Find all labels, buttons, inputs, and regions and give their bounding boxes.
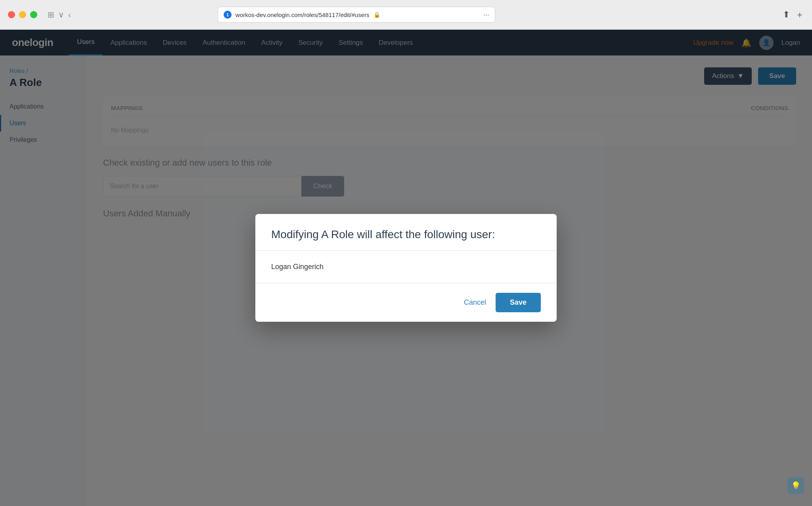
lock-icon: 🔒: [373, 11, 380, 18]
traffic-lights: [8, 11, 37, 18]
browser-controls: ⊞ ∨ ‹: [48, 10, 71, 19]
back-icon[interactable]: ‹: [68, 10, 71, 19]
browser-chrome: ⊞ ∨ ‹ 1 workos-dev.onelogin.com/roles/54…: [0, 0, 812, 30]
modal-user-name: Logan Gingerich: [271, 263, 541, 271]
modal-header: Modifying A Role will affect the followi…: [255, 214, 557, 251]
cancel-button[interactable]: Cancel: [464, 298, 486, 307]
browser-actions: ⬆ ＋: [783, 9, 804, 21]
modal-overlay[interactable]: Modifying A Role will affect the followi…: [0, 30, 812, 506]
help-button[interactable]: 💡: [787, 477, 804, 494]
more-icon[interactable]: ···: [483, 11, 489, 19]
url-text: workos-dev.onelogin.com/roles/548117/edi…: [236, 11, 369, 18]
traffic-light-red[interactable]: [8, 11, 15, 18]
share-icon[interactable]: ⬆: [783, 10, 790, 20]
chevron-down-icon[interactable]: ∨: [58, 10, 64, 19]
new-tab-icon[interactable]: ＋: [795, 9, 804, 21]
address-bar[interactable]: 1 workos-dev.onelogin.com/roles/548117/e…: [218, 7, 495, 23]
modal-title: Modifying A Role will affect the followi…: [271, 228, 541, 241]
traffic-light-green[interactable]: [30, 11, 37, 18]
modal: Modifying A Role will affect the followi…: [255, 214, 557, 322]
sidebar-toggle-icon[interactable]: ⊞: [48, 10, 54, 19]
modal-save-button[interactable]: Save: [496, 293, 541, 312]
traffic-light-yellow[interactable]: [19, 11, 26, 18]
modal-body: Logan Gingerich: [255, 251, 557, 283]
app: onelogin Users Applications Devices Auth…: [0, 30, 812, 506]
tab-favicon: 1: [224, 11, 232, 19]
lightbulb-icon: 💡: [791, 481, 801, 491]
modal-footer: Cancel Save: [255, 283, 557, 322]
